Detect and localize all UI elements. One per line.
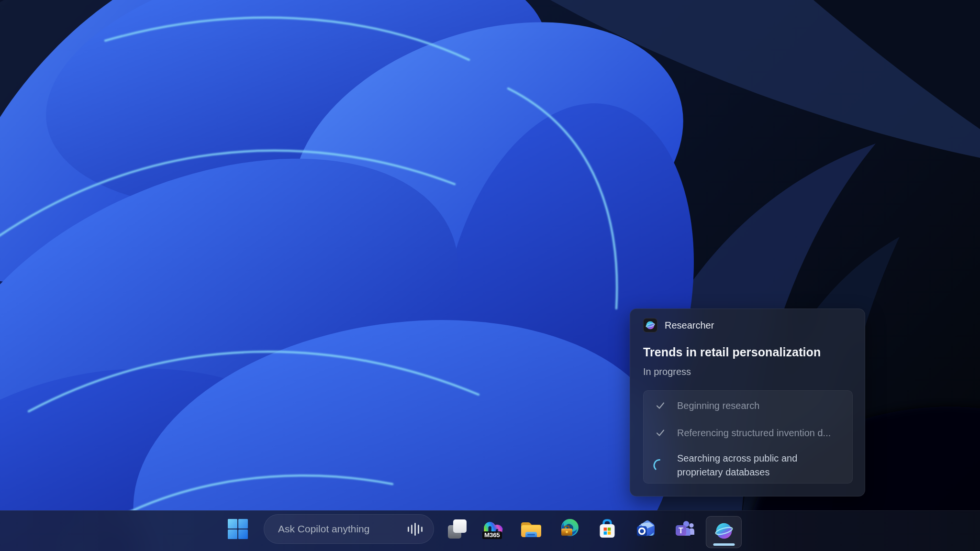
check-icon <box>654 399 667 412</box>
outlook-icon <box>635 518 657 540</box>
researcher-progress-flyout[interactable]: Researcher Trends in retail personalizat… <box>630 309 865 496</box>
edge-for-business-button[interactable] <box>558 518 580 540</box>
step-label: Beginning research <box>677 399 759 412</box>
step-label: Searching across public and proprietary … <box>677 452 835 479</box>
teams-letter: T <box>679 527 683 535</box>
copilot-search-pill[interactable] <box>264 514 434 544</box>
microsoft-store-button[interactable] <box>596 518 618 540</box>
folder-icon <box>520 518 542 540</box>
task-view-icon <box>446 518 468 540</box>
edge-briefcase-icon <box>558 518 580 540</box>
step-row: Referencing structured invention d... <box>654 427 844 439</box>
step-row: Searching across public and proprietary … <box>654 452 844 479</box>
research-title: Trends in retail personalization <box>643 345 852 359</box>
m365-copilot-button[interactable]: M365 <box>482 518 504 540</box>
app-name: Researcher <box>665 320 714 331</box>
teams-icon: T <box>674 518 696 540</box>
research-steps-card: Beginning research Referencing structure… <box>643 390 853 484</box>
outlook-button[interactable] <box>635 518 657 540</box>
step-label: Referencing structured invention d... <box>677 427 831 439</box>
copilot-button-active[interactable] <box>706 516 742 548</box>
task-view-button[interactable] <box>446 518 468 540</box>
desktop-screen: Researcher Trends in retail personalizat… <box>0 0 980 551</box>
flyout-header: Researcher <box>643 319 852 332</box>
taskbar: M365 <box>0 510 980 551</box>
search-input[interactable] <box>264 523 408 535</box>
active-app-indicator <box>713 543 735 546</box>
step-row: Beginning research <box>654 399 844 412</box>
file-explorer-button[interactable] <box>520 518 542 540</box>
windows-logo-icon <box>227 518 248 540</box>
store-bag-icon <box>596 518 618 540</box>
copilot-sphere-icon <box>646 320 655 330</box>
voice-waveform-icon[interactable] <box>408 522 423 536</box>
m365-badge: M365 <box>482 531 502 539</box>
teams-button[interactable]: T <box>674 518 696 540</box>
check-icon <box>654 427 667 439</box>
spinner-icon <box>654 459 667 472</box>
start-button[interactable] <box>227 518 249 540</box>
research-status: In progress <box>643 365 852 378</box>
copilot-sphere-icon <box>715 522 733 540</box>
researcher-app-icon <box>643 318 657 332</box>
